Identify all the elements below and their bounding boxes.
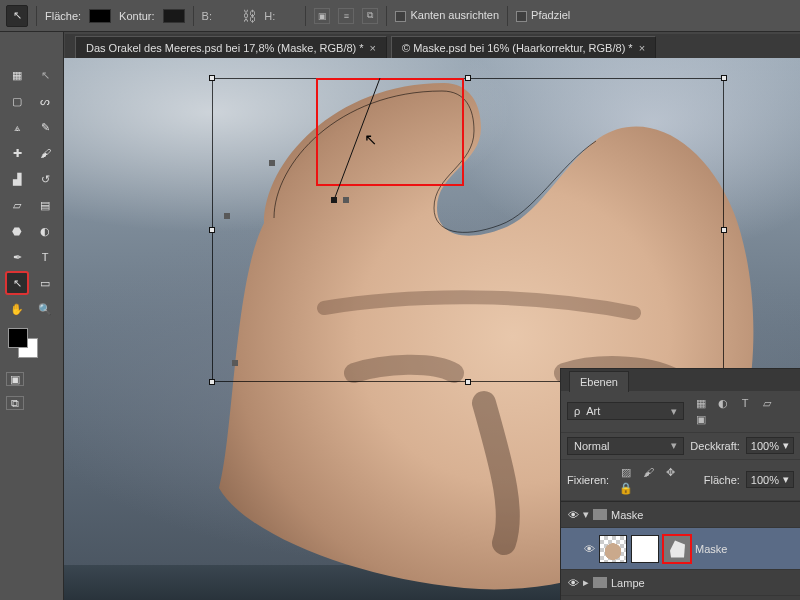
- filter-shape-icon[interactable]: ▱: [759, 396, 775, 412]
- width-value[interactable]: [222, 10, 234, 22]
- layer-group-row[interactable]: 👁 ▾ Maske: [561, 502, 800, 528]
- layer-thumb[interactable]: [599, 535, 627, 563]
- close-icon[interactable]: ×: [639, 42, 645, 54]
- crop-tool[interactable]: ⟁: [6, 116, 28, 138]
- blend-mode-dropdown[interactable]: Normal▾: [567, 437, 684, 455]
- lock-pixels-icon[interactable]: 🖌: [640, 464, 656, 480]
- marquee-tool[interactable]: ▢: [6, 90, 28, 112]
- transform-box[interactable]: [212, 78, 724, 382]
- handle-ne[interactable]: [721, 75, 727, 81]
- handle-nw[interactable]: [209, 75, 215, 81]
- lasso-tool[interactable]: ᔕ: [34, 90, 56, 112]
- anchor-point[interactable]: [224, 213, 230, 219]
- eraser-tool[interactable]: ▱: [6, 194, 28, 216]
- filter-adjust-icon[interactable]: ◐: [715, 396, 731, 412]
- tab-title: Das Orakel des Meeres.psd bei 17,8% (Mas…: [86, 42, 364, 54]
- handle-e[interactable]: [721, 227, 727, 233]
- layer-group-row[interactable]: 👁 ▸ Boot: [561, 596, 800, 600]
- gradient-tool[interactable]: ▤: [34, 194, 56, 216]
- dodge-tool[interactable]: ◐: [34, 220, 56, 242]
- opacity-label: Deckkraft:: [690, 440, 740, 452]
- brush-tool[interactable]: 🖌: [34, 142, 56, 164]
- stamp-tool[interactable]: ▟: [6, 168, 28, 190]
- shape-tool[interactable]: ▭: [34, 272, 56, 294]
- panel-tab-ebenen[interactable]: Ebenen: [569, 371, 629, 392]
- blur-tool[interactable]: ⬣: [6, 220, 28, 242]
- height-value[interactable]: [285, 10, 297, 22]
- anchor-point[interactable]: [232, 360, 238, 366]
- pen-tool[interactable]: ✒: [6, 246, 28, 268]
- tool-indicator-icon: ↖: [6, 5, 28, 27]
- arrange-icon[interactable]: ⧉: [362, 8, 378, 24]
- hand-tool[interactable]: ✋: [6, 298, 28, 320]
- document-tab[interactable]: © Maske.psd bei 16% (Haarkorrektur, RGB/…: [391, 36, 656, 58]
- width-label: B:: [202, 10, 212, 22]
- tab-title: © Maske.psd bei 16% (Haarkorrektur, RGB/…: [402, 42, 633, 54]
- document-tab-bar: Das Orakel des Meeres.psd bei 17,8% (Mas…: [65, 34, 800, 58]
- history-brush-tool[interactable]: ↺: [34, 168, 56, 190]
- eyedropper-tool[interactable]: ✎: [34, 116, 56, 138]
- stroke-swatch[interactable]: [163, 9, 185, 23]
- layer-group-row[interactable]: 👁 ▸ Lampe: [561, 570, 800, 596]
- path-target-checkbox[interactable]: Pfadziel: [516, 9, 570, 22]
- lock-position-icon[interactable]: ✥: [662, 464, 678, 480]
- document-tab[interactable]: Das Orakel des Meeres.psd bei 17,8% (Mas…: [75, 36, 387, 58]
- fg-bg-swatch[interactable]: [8, 328, 42, 362]
- visibility-icon[interactable]: 👁: [567, 509, 579, 521]
- folder-icon: [593, 577, 607, 588]
- vector-mask-thumb[interactable]: [663, 535, 691, 563]
- opacity-field[interactable]: 100%▾: [746, 437, 794, 454]
- visibility-icon[interactable]: 👁: [583, 543, 595, 555]
- fill-field[interactable]: 100%▾: [746, 471, 794, 488]
- stroke-label: Kontur:: [119, 10, 154, 22]
- filter-pixel-icon[interactable]: ▦: [693, 396, 709, 412]
- healing-tool[interactable]: ✚: [6, 142, 28, 164]
- handle-sw[interactable]: [209, 379, 215, 385]
- layer-list: 👁 ▾ Maske 👁 Maske 👁 ▸ Lampe 👁 ▸ Boot 👁 ▸: [561, 501, 800, 600]
- anchor-point[interactable]: [343, 197, 349, 203]
- type-tool[interactable]: T: [34, 246, 56, 268]
- screenmode-toggle[interactable]: ⧉: [6, 396, 24, 410]
- fill-label: Fläche:: [45, 10, 81, 22]
- link-icon[interactable]: ⛓: [242, 8, 256, 24]
- filter-type-icon[interactable]: T: [737, 395, 753, 411]
- handle-s[interactable]: [465, 379, 471, 385]
- height-label: H:: [264, 10, 275, 22]
- fill-label: Fläche:: [704, 474, 740, 486]
- toolbox: ▦ ↖ ▢ ᔕ ⟁ ✎ ✚ 🖌 ▟ ↺ ▱ ▤ ⬣ ◐ ✒ T ↖ ▭ ✋ 🔍 …: [0, 32, 64, 600]
- path-ops-icon[interactable]: ▣: [314, 8, 330, 24]
- options-bar: ↖ Fläche: Kontur: B: ⛓ H: ▣ ≡ ⧉ Kanten a…: [0, 0, 800, 32]
- anchor-point[interactable]: [269, 160, 275, 166]
- filter-type-dropdown[interactable]: ρArt▾: [567, 402, 684, 420]
- lock-all-icon[interactable]: 🔒: [618, 480, 634, 496]
- align-edges-checkbox[interactable]: Kanten ausrichten: [395, 9, 499, 22]
- highlight-box: [316, 78, 464, 186]
- filter-smart-icon[interactable]: ▣: [693, 412, 709, 428]
- zoom-tool[interactable]: 🔍: [34, 298, 56, 320]
- disclosure-icon[interactable]: ▾: [583, 508, 589, 521]
- layer-name: Maske: [611, 509, 643, 521]
- lock-label: Fixieren:: [567, 474, 609, 486]
- panel-tab-bar: Ebenen: [561, 369, 800, 391]
- cursor-icon: ↖: [364, 130, 377, 149]
- close-icon[interactable]: ×: [370, 42, 376, 54]
- disclosure-icon[interactable]: ▸: [583, 576, 589, 589]
- anchor-point[interactable]: [331, 197, 337, 203]
- layer-name: Lampe: [611, 577, 645, 589]
- visibility-icon[interactable]: 👁: [567, 577, 579, 589]
- layer-row-selected[interactable]: 👁 Maske: [561, 528, 800, 570]
- layers-panel: Ebenen ρArt▾ ▦ ◐ T ▱ ▣ Normal▾ Deckkraft…: [560, 368, 800, 600]
- quickmask-toggle[interactable]: ▣: [6, 372, 24, 386]
- handle-w[interactable]: [209, 227, 215, 233]
- layer-name: Maske: [695, 543, 727, 555]
- move-tool[interactable]: ▦: [6, 64, 28, 86]
- folder-icon: [593, 509, 607, 520]
- mask-thumb[interactable]: [631, 535, 659, 563]
- path-select-tool-alt[interactable]: ↖: [34, 64, 56, 86]
- direct-select-tool[interactable]: ↖: [6, 272, 28, 294]
- handle-n[interactable]: [465, 75, 471, 81]
- fill-swatch[interactable]: [89, 9, 111, 23]
- lock-transparent-icon[interactable]: ▨: [618, 464, 634, 480]
- align-icon[interactable]: ≡: [338, 8, 354, 24]
